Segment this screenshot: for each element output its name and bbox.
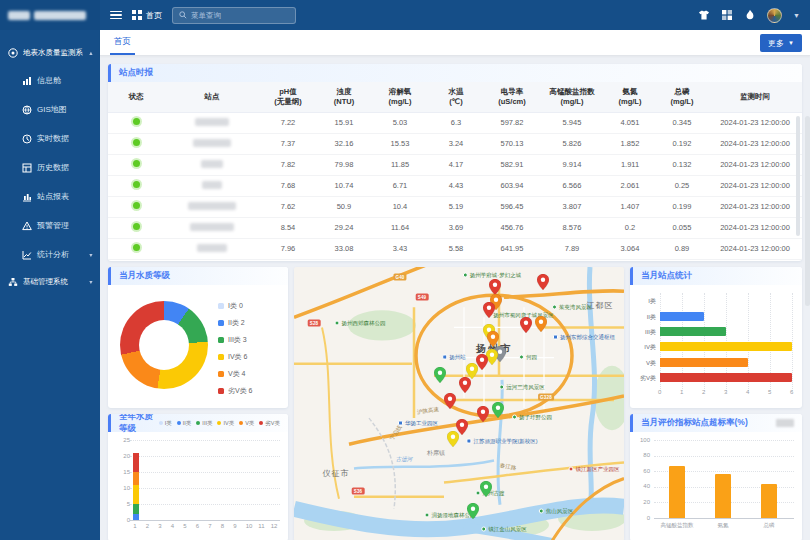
search-input[interactable]: [191, 11, 289, 20]
cell-value: 9.914: [540, 154, 604, 175]
station-pin-red[interactable]: [459, 377, 471, 393]
user-avatar[interactable]: [767, 8, 782, 23]
stacked-bar-segment[interactable]: [133, 504, 139, 514]
menu-toggle-icon[interactable]: [110, 11, 122, 20]
station-pin-red[interactable]: [537, 274, 549, 290]
cell-value: 1.911: [604, 154, 656, 175]
legend-item[interactable]: V类 4: [218, 369, 253, 379]
sidebar-group-0[interactable]: 地表水质量监测系统▲: [0, 40, 100, 66]
table-row[interactable]: 7.2215.915.036.3597.825.9454.0510.345202…: [108, 112, 802, 133]
sidebar-group-label: 基础管理系统: [23, 277, 83, 287]
station-pin-green[interactable]: [492, 402, 504, 418]
legend-item[interactable]: 劣V类 6: [218, 386, 253, 396]
exceed-bar-chart[interactable]: 020406080100高锰酸盐指数氨氮总磷: [634, 434, 798, 538]
annual-stacked-bar-chart[interactable]: 0510152025123456789101112: [112, 434, 284, 539]
station-pin-yellow[interactable]: [447, 431, 459, 447]
exceed-rate-panel: 当月评价指标站点超标率(%) 020406080100高锰酸盐指数氨氮总磷: [630, 414, 802, 540]
station-pin-red[interactable]: [483, 302, 495, 318]
cell-value: 11.85: [372, 154, 428, 175]
table-header-row: 状态站点pH值(无量纲)浊度(NTU)溶解氧(mg/L)水温(℃)电导率(uS/…: [108, 82, 802, 112]
map-label-town: 朴席镇: [427, 449, 445, 458]
legend-item[interactable]: I类: [159, 420, 172, 427]
sidebar-item-预警管理[interactable]: 预警管理: [0, 211, 100, 240]
search-icon: [179, 11, 187, 19]
legend-item[interactable]: IV类 6: [218, 352, 253, 362]
sidebar-item-label: 信息舱: [37, 75, 94, 86]
donut-chart[interactable]: [120, 301, 208, 389]
legend-item[interactable]: 劣V类: [259, 420, 280, 427]
legend-item[interactable]: V类: [239, 420, 254, 427]
station-pin-red[interactable]: [444, 393, 456, 409]
sidebar-item-GIS地图[interactable]: GIS地图: [0, 95, 100, 124]
station-pin-green[interactable]: [480, 481, 492, 497]
breadcrumb-label: 首页: [146, 10, 162, 21]
home-grid-icon: [132, 10, 142, 20]
layout-icon[interactable]: [721, 9, 733, 21]
exceed-bar[interactable]: [715, 474, 731, 518]
table-row[interactable]: 7.6250.910.45.19596.453.8071.4070.199202…: [108, 196, 802, 217]
table-row[interactable]: 7.3732.1615.533.24570.135.8261.8520.1922…: [108, 133, 802, 154]
stacked-bar-segment[interactable]: [133, 485, 139, 504]
column-header: 状态: [108, 82, 164, 112]
panel-action-redacted[interactable]: [776, 419, 794, 427]
tab-home[interactable]: 首页: [110, 30, 135, 55]
history-icon: [22, 163, 32, 173]
table-row[interactable]: 7.9633.083.435.58641.957.893.0640.892024…: [108, 238, 802, 259]
cell-value: 603.94: [484, 175, 540, 196]
menu-search[interactable]: [172, 7, 296, 24]
breadcrumb[interactable]: 首页: [132, 10, 162, 21]
station-pin-green[interactable]: [467, 503, 479, 519]
chevron-up-icon: ▲: [88, 50, 93, 55]
sidebar-item-站点报表[interactable]: 站点报表: [0, 182, 100, 211]
map-label-water: 古运河: [396, 456, 413, 463]
flame-icon[interactable]: [744, 9, 756, 21]
hbar[interactable]: [660, 327, 726, 336]
exceed-bar[interactable]: [669, 466, 685, 518]
sidebar-item-label: 预警管理: [37, 220, 94, 231]
station-pin-red[interactable]: [489, 279, 501, 295]
station-pin-orange[interactable]: [487, 331, 499, 347]
station-pin-orange[interactable]: [535, 316, 547, 332]
exceed-bar[interactable]: [761, 484, 777, 518]
station-hbar-chart[interactable]: 0123456I类II类III类IV类V类劣V类: [634, 287, 798, 405]
user-menu-caret-icon[interactable]: ▼: [793, 12, 800, 19]
stacked-bar-segment[interactable]: [133, 514, 139, 520]
hbar[interactable]: [660, 358, 748, 367]
hbar[interactable]: [660, 312, 704, 321]
station-pin-green[interactable]: [434, 367, 446, 383]
sidebar-item-实时数据[interactable]: 实时数据: [0, 124, 100, 153]
stacked-bar-segment[interactable]: [133, 453, 139, 472]
sidebar-item-历史数据[interactable]: 历史数据: [0, 153, 100, 182]
column-header: 水温(℃): [428, 82, 484, 112]
legend-item[interactable]: IV类: [217, 420, 234, 427]
table-row[interactable]: 7.8279.9811.854.17582.919.9141.9110.1322…: [108, 154, 802, 175]
table-row[interactable]: 8.5429.2411.643.69456.768.5760.20.055202…: [108, 217, 802, 238]
more-button[interactable]: 更多 ▼: [760, 34, 802, 52]
sidebar: 地表水质量监测系统▲信息舱GIS地图实时数据历史数据站点报表预警管理统计分析▼基…: [0, 0, 100, 540]
column-header: 监测时间: [708, 82, 802, 112]
map-panel[interactable]: 扬州市江都区仪征市扬州学府城·梦幻之城扬州西郊森林公园扬州市蜀冈唐子城风景区茱萸…: [294, 267, 624, 540]
cell-value: 7.68: [260, 175, 316, 196]
station-pin-red[interactable]: [477, 406, 489, 422]
cell-value: 11.64: [372, 217, 428, 238]
stacked-bar-segment[interactable]: [133, 472, 139, 485]
column-header: pH值(无量纲): [260, 82, 316, 112]
legend-item[interactable]: II类 2: [218, 318, 253, 328]
table-scrollbar[interactable]: [796, 116, 800, 236]
legend-item[interactable]: II类: [177, 420, 192, 427]
cell-value: 7.62: [260, 196, 316, 217]
sidebar-item-统计分析[interactable]: 统计分析▼: [0, 240, 100, 269]
legend-item[interactable]: III类 3: [218, 335, 253, 345]
station-report-panel: 站点时报 状态站点pH值(无量纲)浊度(NTU)溶解氧(mg/L)水温(℃)电导…: [108, 64, 802, 261]
table-row[interactable]: 7.6810.746.714.43603.946.5662.0610.25202…: [108, 175, 802, 196]
theme-shirt-icon[interactable]: [698, 9, 710, 21]
station-pin-red[interactable]: [520, 317, 532, 333]
sidebar-item-信息舱[interactable]: 信息舱: [0, 66, 100, 95]
legend-item[interactable]: III类: [196, 420, 212, 427]
hbar[interactable]: [660, 342, 792, 351]
page-scrollbar[interactable]: [805, 116, 810, 306]
legend-item[interactable]: I类 0: [218, 301, 253, 311]
sidebar-group-1[interactable]: 基础管理系统▼: [0, 269, 100, 295]
map-label-poi-green: 茱萸湾风景区: [552, 304, 592, 311]
hbar[interactable]: [660, 373, 792, 382]
